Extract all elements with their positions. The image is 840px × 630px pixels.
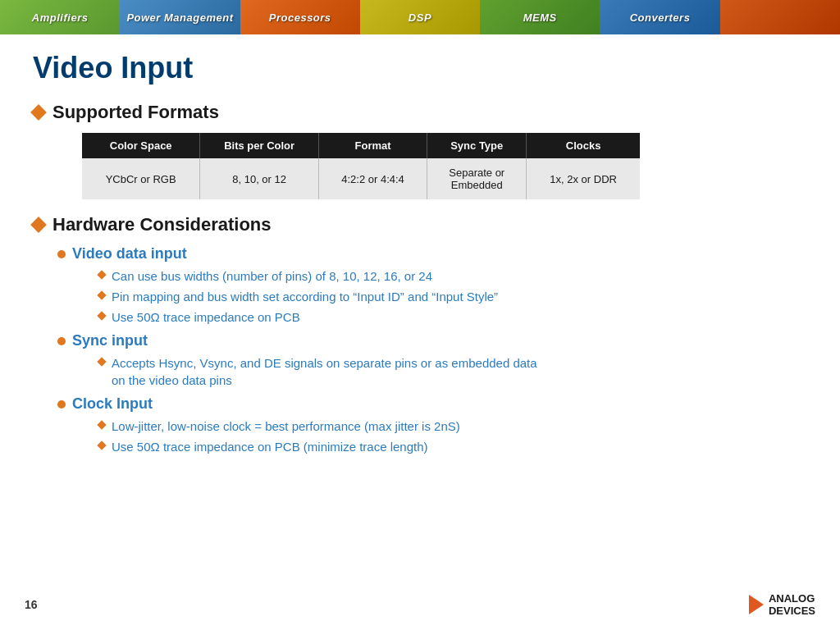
sync-input-header: Sync input <box>57 332 807 349</box>
bullet-item: Pin mapping and bus width set according … <box>98 288 807 305</box>
supported-formats-title: Supported Formats <box>52 102 219 123</box>
footer: 16 ANALOG DEVICES <box>25 592 815 618</box>
subsection-video-data-input: Video data input Can use bus widths (num… <box>57 245 807 326</box>
table-header-row: Color Space Bits per Color Format Sync T… <box>82 133 640 158</box>
top-banner: Amplifiers Power Management Processors D… <box>0 0 840 34</box>
bullet-item: Can use bus widths (number of pins) of 8… <box>98 267 807 285</box>
sync-input-bullets: Accepts Hsync, Vsync, and DE signals on … <box>98 354 807 389</box>
bullet-text: Use 50Ω trace impedance on PCB (minimize… <box>112 438 428 455</box>
small-diamond-icon <box>97 357 106 366</box>
bullet-item: Use 50Ω trace impedance on PCB <box>98 308 807 326</box>
logo-triangle-icon <box>749 595 764 614</box>
video-data-input-title: Video data input <box>72 245 187 262</box>
col-sync-type: Sync Type <box>427 133 527 158</box>
video-data-input-bullets: Can use bus widths (number of pins) of 8… <box>98 267 807 326</box>
table-row: YCbCr or RGB 8, 10, or 12 4:2:2 or 4:4:4… <box>82 158 640 199</box>
small-diamond-icon <box>97 441 106 450</box>
banner-mems: MEMS <box>480 0 600 34</box>
page-title: Video Input <box>33 51 807 85</box>
banner-dsp: DSP <box>360 0 480 34</box>
circle-icon-video <box>57 250 66 258</box>
logo-text: ANALOG DEVICES <box>769 592 815 618</box>
supported-formats-header: Supported Formats <box>33 102 807 123</box>
cell-format: 4:2:2 or 4:4:4 <box>318 158 427 199</box>
banner-amplifiers: Amplifiers <box>0 0 120 34</box>
clock-input-header: Clock Input <box>57 395 807 413</box>
sync-input-title: Sync input <box>72 332 148 349</box>
bullet-text: Can use bus widths (number of pins) of 8… <box>112 267 432 285</box>
banner-processors: Processors <box>240 0 360 34</box>
page-number: 16 <box>25 598 38 611</box>
bullet-text: Pin mapping and bus width set according … <box>112 288 498 305</box>
analog-devices-logo: ANALOG DEVICES <box>749 592 815 618</box>
bullet-item: Low-jitter, low-noise clock = best perfo… <box>98 418 807 435</box>
main-content: Video Input Supported Formats Color Spac… <box>0 34 840 478</box>
diamond-icon-hardware <box>30 217 47 233</box>
small-diamond-icon <box>97 420 106 429</box>
clock-input-title: Clock Input <box>72 395 153 413</box>
cell-color-space: YCbCr or RGB <box>82 158 200 199</box>
col-color-space: Color Space <box>82 133 200 158</box>
bullet-text: Low-jitter, low-noise clock = best perfo… <box>112 418 460 435</box>
subsection-clock-input: Clock Input Low-jitter, low-noise clock … <box>57 395 807 455</box>
video-data-input-header: Video data input <box>57 245 807 262</box>
logo-line2: DEVICES <box>769 605 815 618</box>
hardware-considerations-title: Hardware Considerations <box>52 214 272 235</box>
circle-icon-sync <box>57 337 66 345</box>
banner-converters: Converters <box>600 0 719 34</box>
bullet-item: Use 50Ω trace impedance on PCB (minimize… <box>98 438 807 455</box>
hardware-considerations-header: Hardware Considerations <box>33 214 807 235</box>
bullet-text: Use 50Ω trace impedance on PCB <box>112 308 300 326</box>
cell-clocks: 1x, 2x or DDR <box>527 158 640 199</box>
small-diamond-icon <box>97 270 106 279</box>
col-clocks: Clocks <box>527 133 640 158</box>
formats-table-wrapper: Color Space Bits per Color Format Sync T… <box>82 133 807 199</box>
banner-extra <box>720 0 840 34</box>
banner-power: Power Management <box>120 0 240 34</box>
small-diamond-icon <box>97 290 106 299</box>
cell-bits-per-color: 8, 10, or 12 <box>200 158 319 199</box>
bullet-item: Accepts Hsync, Vsync, and DE signals on … <box>98 354 807 389</box>
cell-sync-type: Separate orEmbedded <box>427 158 527 199</box>
clock-input-bullets: Low-jitter, low-noise clock = best perfo… <box>98 418 807 455</box>
col-bits-per-color: Bits per Color <box>200 133 319 158</box>
bullet-text: Accepts Hsync, Vsync, and DE signals on … <box>112 354 537 389</box>
col-format: Format <box>318 133 427 158</box>
subsection-sync-input: Sync input Accepts Hsync, Vsync, and DE … <box>57 332 807 389</box>
circle-icon-clock <box>57 400 66 409</box>
formats-table: Color Space Bits per Color Format Sync T… <box>82 133 640 199</box>
logo-line1: ANALOG <box>769 592 815 605</box>
small-diamond-icon <box>97 311 106 320</box>
diamond-icon-formats <box>30 104 47 121</box>
